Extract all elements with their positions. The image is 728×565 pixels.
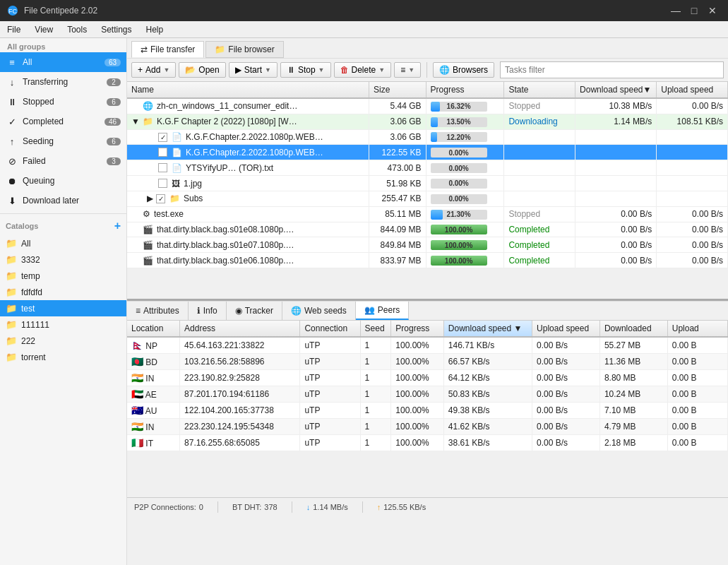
peer-row[interactable]: 🇧🇩 BD103.216.56.28:58896uTP1100.00%66.57… [127, 354, 728, 370]
open-button[interactable]: 📂 Open [179, 62, 225, 78]
peer-cell: 8.80 MB [599, 370, 667, 386]
sidebar-item-stopped[interactable]: ⏸ Stopped 6 [0, 92, 126, 112]
add-catalog-button[interactable]: + [114, 220, 121, 232]
table-row[interactable]: 🌐zh-cn_windows_11_consumer_editions_upd…… [127, 98, 728, 114]
sidebar-item-all[interactable]: ≡ All 63 [0, 52, 126, 72]
sidebar-item-seeding-count: 6 [107, 138, 121, 145]
file-checkbox[interactable] [158, 179, 167, 188]
peer-row[interactable]: 🇮🇳 IN223.190.82.9:25828uTP1100.00%64.12 … [127, 370, 728, 386]
table-row[interactable]: 🎬that.dirty.black.bag.s01e07.1080p.web.h… [127, 237, 728, 253]
menu-help[interactable]: Help [139, 23, 171, 36]
menu-file[interactable]: File [0, 23, 28, 36]
table-row[interactable]: ⚙test.exe85.11 MB 21.30% Stopped0.00 B/s… [127, 206, 728, 222]
tab-attributes[interactable]: ≡ Attributes [127, 302, 189, 320]
tab-web-seeds[interactable]: 🌐 Web seeds [282, 302, 356, 320]
table-row[interactable]: 📄K.G.F.Chapter.2.2022.1080p.WEBRip.x…3.0… [127, 129, 728, 145]
peer-cell: 🇮🇳 IN [127, 370, 180, 386]
maximize-button[interactable]: □ [686, 2, 703, 19]
delete-button[interactable]: 🗑 Delete ▼ [334, 62, 392, 78]
peer-row[interactable]: 🇦🇺 AU122.104.200.165:37738uTP1100.00%49.… [127, 403, 728, 419]
catalog-111111[interactable]: 📁 111111 [0, 316, 126, 333]
file-row-ulspeed: 108.51 KB/s [657, 114, 728, 129]
file-checkbox[interactable] [158, 163, 167, 172]
stop-button[interactable]: ⏸ Stop ▼ [280, 62, 331, 78]
expand-icon[interactable]: ▼ [131, 117, 140, 126]
tasks-filter-input[interactable] [500, 61, 724, 78]
file-transfer-icon: ⇄ [141, 44, 148, 54]
catalog-3332-icon: 📁 [6, 254, 17, 265]
peer-col-seed[interactable]: Seed [360, 321, 391, 337]
peer-row[interactable]: 🇮🇹 IT87.16.255.68:65085uTP1100.00%38.61 … [127, 435, 728, 451]
sidebar-item-completed[interactable]: ✓ Completed 46 [0, 112, 126, 131]
dl-arrow-icon: ↓ [306, 503, 311, 511]
col-header-ulspeed[interactable]: Upload speed [657, 82, 728, 98]
peer-col-address[interactable]: Address [180, 321, 300, 337]
menu-button[interactable]: ≡ ▼ [394, 62, 421, 78]
catalog-temp[interactable]: 📁 temp [0, 268, 126, 284]
peer-row[interactable]: 🇳🇵 NP45.64.163.221:33822uTP1100.00%146.7… [127, 337, 728, 354]
catalog-all[interactable]: 📁 All [0, 235, 126, 251]
close-button[interactable]: ✕ [704, 2, 721, 19]
peer-cell: 🇮🇹 IT [127, 435, 180, 451]
table-row[interactable]: 🎬that.dirty.black.bag.s01e08.1080p.web.h… [127, 222, 728, 237]
file-row-dlspeed [575, 145, 657, 160]
sidebar-item-failed[interactable]: ⊘ Failed 3 [0, 151, 126, 171]
peer-col-downloaded[interactable]: Downloaded [599, 321, 667, 337]
app-title: File Centipede 2.02 [24, 6, 97, 16]
table-row[interactable]: ▼📁K.G.F Chapter 2 (2022) [1080p] [WEBRip… [127, 114, 728, 129]
start-button[interactable]: ▶ Start ▼ [229, 62, 278, 78]
peer-col-connection[interactable]: Connection [300, 321, 360, 337]
peer-col-ulspeed[interactable]: Upload speed [532, 321, 600, 337]
col-header-size[interactable]: Size [369, 82, 426, 98]
catalog-torrent[interactable]: 📁 torrent [0, 349, 126, 365]
peer-col-upload[interactable]: Upload [667, 321, 727, 337]
table-row[interactable]: 📄YTSYifyUP… (TOR).txt473.00 B 0.00% [127, 160, 728, 176]
table-row[interactable]: 🎬that.dirty.black.bag.s01e06.1080p.web.h… [127, 253, 728, 268]
file-icon: 📄 [172, 132, 182, 142]
tab-info[interactable]: ℹ Info [189, 302, 227, 320]
file-row-size: 122.55 KB [369, 145, 426, 160]
tab-peers[interactable]: 👥 Peers [356, 302, 409, 320]
col-header-dlspeed[interactable]: Download speed▼ [575, 82, 657, 98]
catalog-test[interactable]: 📁 test [0, 300, 126, 316]
table-row[interactable]: 🖼1.jpg51.98 KB 0.00% [127, 176, 728, 191]
col-header-name[interactable]: Name [127, 82, 369, 98]
file-checkbox[interactable] [156, 194, 165, 203]
sidebar-item-download-later[interactable]: ⬇ Download later [0, 191, 126, 210]
toolbar-area: ⇄ File transfer 📁 File browser + Add ▼ 📂… [127, 38, 728, 82]
bottom-tabs: ≡ Attributes ℹ Info ◉ Tracker 🌐 Web seed… [127, 301, 728, 321]
tab-tracker[interactable]: ◉ Tracker [227, 302, 282, 320]
add-button[interactable]: + Add ▼ [131, 62, 176, 78]
sidebar-item-seeding[interactable]: ↑ Seeding 6 [0, 131, 126, 151]
peer-row[interactable]: 🇦🇪 AE87.201.170.194:61186uTP1100.00%50.8… [127, 386, 728, 403]
file-checkbox[interactable] [158, 133, 167, 142]
menu-settings[interactable]: Settings [94, 23, 138, 36]
peer-col-progress[interactable]: Progress [391, 321, 444, 337]
catalog-fdfdfd[interactable]: 📁 fdfdfd [0, 284, 126, 300]
col-header-progress[interactable]: Progress [426, 82, 504, 98]
table-row[interactable]: ▶📁Subs255.47 KB 0.00% [127, 191, 728, 206]
browsers-button[interactable]: 🌐 Browsers [433, 62, 494, 78]
tab-file-transfer[interactable]: ⇄ File transfer [131, 41, 204, 58]
catalog-3332[interactable]: 📁 3332 [0, 251, 126, 268]
file-row-dlspeed: 0.00 B/s [575, 253, 657, 268]
failed-icon: ⊘ [6, 155, 18, 167]
catalog-torrent-icon: 📁 [6, 352, 17, 362]
col-header-state[interactable]: State [504, 82, 575, 98]
minimize-button[interactable]: — [667, 2, 684, 19]
peer-col-dlspeed[interactable]: Download speed ▼ [443, 321, 532, 337]
expand-icon[interactable]: ▶ [147, 194, 153, 203]
file-checkbox[interactable] [158, 148, 167, 157]
table-row[interactable]: 📄K.G.F.Chapter.2.2022.1080p.WEBRip.x…122… [127, 145, 728, 160]
tab-file-browser[interactable]: 📁 File browser [205, 41, 283, 58]
sidebar-item-queuing[interactable]: ⏺ Queuing [0, 171, 126, 191]
peer-cell: 1 [360, 337, 391, 354]
sidebar-item-transferring[interactable]: ↓ Transferring 2 [0, 72, 126, 92]
peer-col-location[interactable]: Location [127, 321, 180, 337]
menu-view[interactable]: View [28, 23, 60, 36]
menu-tools[interactable]: Tools [60, 23, 94, 36]
peer-row[interactable]: 🇮🇳 IN223.230.124.195:54348uTP1100.00%41.… [127, 419, 728, 435]
tab-info-label: Info [203, 306, 217, 316]
p2p-connections: P2P Connections: 0 [134, 503, 203, 511]
catalog-222[interactable]: 📁 222 [0, 333, 126, 349]
